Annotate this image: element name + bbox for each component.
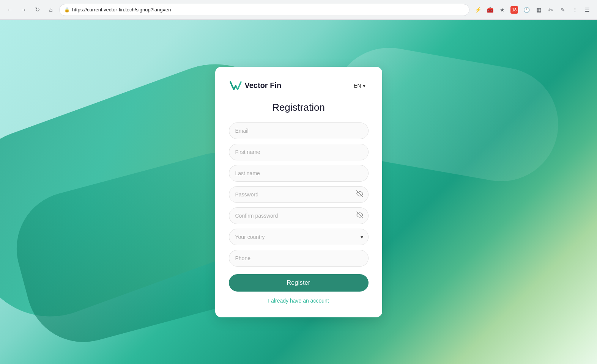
logo-area: Vector Fin [229,79,282,93]
password-field-wrapper [229,186,369,203]
first-name-input[interactable] [229,144,369,160]
phone-input[interactable] [229,250,369,267]
card-header: Vector Fin EN ▾ [229,79,369,93]
first-name-field-wrapper [229,144,369,160]
url-text: https://current.vector-fin.tech/signup?l… [72,7,465,13]
refresh-button[interactable]: ↻ [32,5,43,15]
browser-chrome: ← → ↻ ⌂ 🔒 https://current.vector-fin.tec… [0,0,597,20]
bookmark-button[interactable]: ★ [497,5,507,15]
country-select[interactable]: Your country [229,229,369,245]
login-link-wrapper: I already have an account [229,298,369,304]
browser-toolbar-right: ⚡ 🧰 ★ 18 🕐 ▦ ✄ ✎ ⋮ ☰ [473,5,592,15]
lightning-button[interactable]: ⚡ [473,5,483,15]
logo-text: Vector Fin [245,81,282,90]
confirm-password-field-wrapper [229,207,369,224]
pen-button[interactable]: ✎ [558,5,568,15]
extensions-button[interactable]: 🧰 [485,5,495,15]
hamburger-button[interactable]: ☰ [582,5,592,15]
split-button[interactable]: ▦ [533,5,544,15]
password-input[interactable] [229,186,369,203]
last-name-field-wrapper [229,165,369,182]
card-wrapper: Vector Fin EN ▾ Registration [0,20,597,364]
scissors-button[interactable]: ✄ [545,5,556,15]
lock-icon: 🔒 [64,7,70,13]
menu-button[interactable]: ⋮ [570,5,580,15]
address-bar[interactable]: 🔒 https://current.vector-fin.tech/signup… [59,4,469,16]
email-input[interactable] [229,122,369,139]
confirm-password-input[interactable] [229,207,369,224]
page-title: Registration [229,102,369,113]
phone-field-wrapper [229,250,369,267]
language-selector[interactable]: EN ▾ [351,81,368,90]
forward-button[interactable]: → [18,5,29,15]
language-chevron: ▾ [363,83,365,89]
registration-form: Your country ▾ Register I already have a… [229,122,369,304]
home-button[interactable]: ⌂ [46,5,56,15]
history-button[interactable]: 🕐 [521,5,532,15]
country-field-wrapper: Your country ▾ [229,229,369,245]
back-button[interactable]: ← [5,5,15,15]
registration-card: Vector Fin EN ▾ Registration [215,67,382,317]
register-button[interactable]: Register [229,274,369,292]
email-field-wrapper [229,122,369,139]
password-toggle-icon[interactable] [356,190,363,199]
logo-icon [229,79,243,93]
language-current: EN [354,83,361,89]
login-link[interactable]: I already have an account [268,298,329,304]
last-name-input[interactable] [229,165,369,182]
confirm-password-toggle-icon[interactable] [356,212,363,220]
account-button[interactable]: 18 [509,5,520,15]
